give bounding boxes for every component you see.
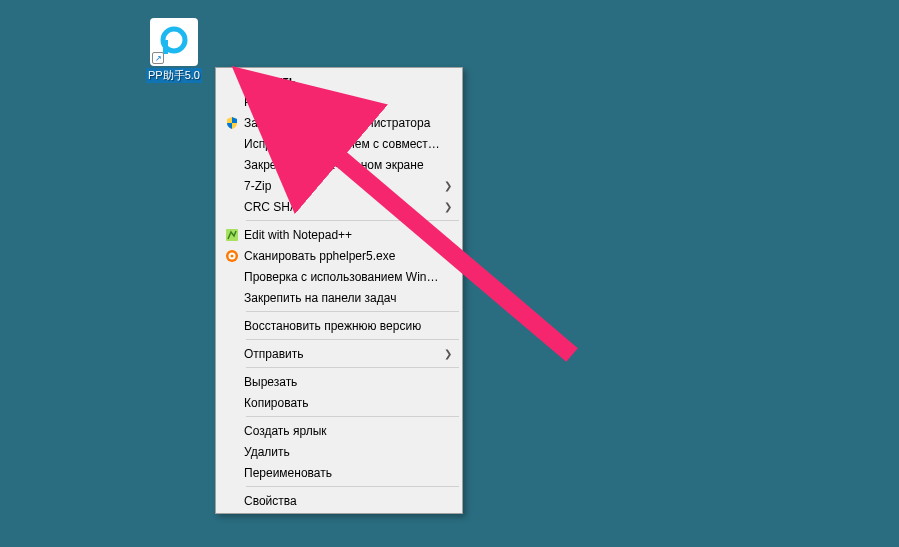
menu-item[interactable]: Сканировать pphelper5.exe (218, 245, 460, 266)
shield-icon (220, 114, 244, 132)
menu-item[interactable]: Переименовать (218, 462, 460, 483)
blank-icon (220, 394, 244, 412)
menu-separator (246, 367, 459, 368)
menu-item[interactable]: Удалить (218, 441, 460, 462)
menu-item-label: Создать ярлык (244, 424, 440, 438)
blank-icon (220, 373, 244, 391)
menu-item-label: Расположение файла (244, 95, 440, 109)
menu-item[interactable]: Edit with Notepad++ (218, 224, 460, 245)
menu-item-label: Сканировать pphelper5.exe (244, 249, 440, 263)
menu-item-label: Закрепить на начальном экране (244, 158, 440, 172)
menu-item-label: Edit with Notepad++ (244, 228, 440, 242)
svg-point-5 (231, 254, 234, 257)
menu-item-label: Удалить (244, 445, 440, 459)
menu-separator (246, 339, 459, 340)
desktop-shortcut[interactable]: ↗ PP助手5.0 (146, 18, 202, 83)
menu-item[interactable]: Вырезать (218, 371, 460, 392)
menu-item[interactable]: Создать ярлык (218, 420, 460, 441)
svg-rect-1 (163, 40, 168, 54)
menu-item-label: Отправить (244, 347, 440, 361)
shortcut-arrow-icon: ↗ (152, 52, 164, 64)
menu-item[interactable]: Свойства (218, 490, 460, 511)
menu-item-label: Переименовать (244, 466, 440, 480)
menu-item[interactable]: CRC SHA❯ (218, 196, 460, 217)
menu-item[interactable]: Копировать (218, 392, 460, 413)
menu-item[interactable]: Проверка с использованием Windows Defend… (218, 266, 460, 287)
blank-icon (220, 422, 244, 440)
menu-separator (246, 220, 459, 221)
menu-item[interactable]: Восстановить прежнюю версию (218, 315, 460, 336)
avast-icon (220, 247, 244, 265)
blank-icon (220, 177, 244, 195)
svg-rect-2 (226, 229, 238, 241)
menu-item-label: CRC SHA (244, 200, 440, 214)
blank-icon (220, 317, 244, 335)
menu-item-label: Вырезать (244, 375, 440, 389)
menu-item-label: Свойства (244, 494, 440, 508)
menu-item-label: Проверка с использованием Windows Defend… (244, 270, 440, 284)
menu-item-label: Восстановить прежнюю версию (244, 319, 440, 333)
blank-icon (220, 464, 244, 482)
app-icon: ↗ (150, 18, 198, 66)
menu-separator (246, 416, 459, 417)
blank-icon (220, 492, 244, 510)
blank-icon (220, 72, 244, 90)
blank-icon (220, 135, 244, 153)
menu-item-label: Открыть (244, 74, 440, 88)
menu-item-label: Закрепить на панели задач (244, 291, 440, 305)
menu-separator (246, 311, 459, 312)
menu-item[interactable]: Закрепить на панели задач (218, 287, 460, 308)
menu-item[interactable]: 7-Zip❯ (218, 175, 460, 196)
blank-icon (220, 268, 244, 286)
menu-item-label: Копировать (244, 396, 440, 410)
menu-item-label: Исправление проблем с совместимостью (244, 137, 440, 151)
notepadpp-icon (220, 226, 244, 244)
blank-icon (220, 443, 244, 461)
chevron-right-icon: ❯ (444, 201, 452, 212)
blank-icon (220, 289, 244, 307)
blank-icon (220, 156, 244, 174)
menu-item-label: 7-Zip (244, 179, 440, 193)
blank-icon (220, 198, 244, 216)
blank-icon (220, 93, 244, 111)
chevron-right-icon: ❯ (444, 348, 452, 359)
menu-item[interactable]: Отправить❯ (218, 343, 460, 364)
menu-item[interactable]: Запуск от имени администратора (218, 112, 460, 133)
desktop-shortcut-label: PP助手5.0 (146, 68, 202, 83)
menu-item-label: Запуск от имени администратора (244, 116, 440, 130)
menu-item[interactable]: Расположение файла (218, 91, 460, 112)
context-menu: ОткрытьРасположение файлаЗапуск от имени… (215, 67, 463, 514)
menu-separator (246, 486, 459, 487)
blank-icon (220, 345, 244, 363)
menu-item[interactable]: Исправление проблем с совместимостью (218, 133, 460, 154)
menu-item[interactable]: Закрепить на начальном экране (218, 154, 460, 175)
menu-item[interactable]: Открыть (218, 70, 460, 91)
chevron-right-icon: ❯ (444, 180, 452, 191)
